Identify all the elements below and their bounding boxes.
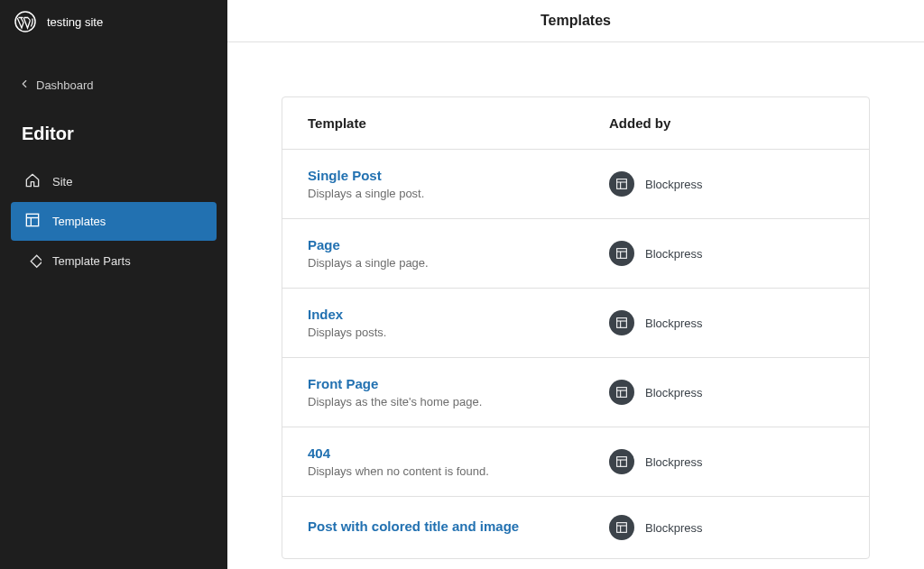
- layout-icon: [23, 211, 42, 232]
- table-row: Front PageDisplays as the site's home pa…: [282, 358, 869, 427]
- table-row: IndexDisplays posts.Blockpress: [282, 289, 869, 358]
- row-added-by-cell: Blockpress: [609, 171, 844, 197]
- back-to-dashboard-link[interactable]: Dashboard: [0, 69, 227, 102]
- main-header: Templates: [227, 0, 924, 42]
- editor-heading: Editor: [0, 102, 227, 162]
- symbol-icon: [23, 251, 42, 271]
- column-header-template: Template: [308, 115, 609, 131]
- sidebar-nav: Site Templates Template Parts: [0, 162, 227, 281]
- row-added-by-cell: Blockpress: [609, 310, 844, 335]
- row-template-cell: PageDisplays a single page.: [308, 237, 609, 270]
- layout-icon: [609, 241, 634, 266]
- template-name-link[interactable]: Post with colored title and image: [308, 519, 519, 534]
- template-name-link[interactable]: Single Post: [308, 168, 382, 183]
- added-by-name: Blockpress: [645, 455, 703, 469]
- template-description: Displays as the site's home page.: [308, 395, 609, 408]
- sidebar-item-site[interactable]: Site: [11, 162, 217, 201]
- back-link-label: Dashboard: [36, 78, 94, 92]
- table-row: PageDisplays a single page.Blockpress: [282, 219, 869, 289]
- chevron-left-icon: [18, 78, 31, 93]
- template-description: Displays a single page.: [308, 256, 609, 270]
- row-template-cell: IndexDisplays posts.: [308, 307, 609, 339]
- template-description: Displays a single post.: [308, 187, 609, 200]
- row-template-cell: 404Displays when no content is found.: [308, 445, 609, 478]
- svg-rect-20: [617, 523, 627, 533]
- table-row: Post with colored title and imageBlockpr…: [282, 497, 869, 558]
- row-template-cell: Post with colored title and image: [308, 519, 609, 537]
- layout-icon: [609, 449, 634, 474]
- svg-rect-5: [617, 179, 627, 189]
- svg-rect-17: [617, 457, 627, 467]
- layout-icon: [609, 171, 634, 197]
- table-row: 404Displays when no content is found.Blo…: [282, 427, 869, 497]
- layout-icon: [609, 515, 634, 540]
- template-name-link[interactable]: Index: [308, 307, 343, 322]
- home-icon: [23, 171, 42, 192]
- site-title[interactable]: testing site: [47, 15, 103, 29]
- table-row: Single PostDisplays a single post.Blockp…: [282, 150, 869, 219]
- sidebar-item-label: Site: [52, 175, 72, 188]
- layout-icon: [609, 310, 634, 335]
- layout-icon: [609, 380, 634, 405]
- wordpress-logo-icon[interactable]: [14, 11, 36, 32]
- template-description: Displays when no content is found.: [308, 464, 609, 478]
- template-description: Displays posts.: [308, 326, 609, 339]
- column-header-added-by: Added by: [609, 115, 844, 131]
- content-wrap: Template Added by Single PostDisplays a …: [227, 42, 924, 559]
- added-by-name: Blockpress: [645, 521, 703, 535]
- table-header: Template Added by: [282, 97, 869, 150]
- svg-rect-8: [617, 249, 627, 259]
- row-added-by-cell: Blockpress: [609, 449, 844, 474]
- sidebar-item-templates[interactable]: Templates: [11, 202, 217, 241]
- template-name-link[interactable]: Page: [308, 237, 340, 252]
- added-by-name: Blockpress: [645, 386, 703, 399]
- added-by-name: Blockpress: [645, 317, 703, 330]
- template-name-link[interactable]: Front Page: [308, 376, 378, 391]
- page-title: Templates: [227, 13, 924, 29]
- templates-table: Template Added by Single PostDisplays a …: [282, 96, 870, 559]
- row-template-cell: Front PageDisplays as the site's home pa…: [308, 376, 609, 408]
- svg-rect-4: [31, 255, 42, 267]
- sidebar-item-template-parts[interactable]: Template Parts: [11, 242, 217, 280]
- row-added-by-cell: Blockpress: [609, 380, 844, 405]
- added-by-name: Blockpress: [645, 178, 703, 191]
- sidebar-item-label: Template Parts: [52, 254, 131, 268]
- main-content: Templates Template Added by Single PostD…: [227, 0, 924, 569]
- svg-rect-11: [617, 318, 627, 328]
- svg-rect-14: [617, 388, 627, 398]
- row-added-by-cell: Blockpress: [609, 515, 844, 540]
- svg-rect-1: [26, 214, 38, 225]
- row-added-by-cell: Blockpress: [609, 241, 844, 266]
- added-by-name: Blockpress: [645, 247, 703, 261]
- sidebar-header: testing site: [0, 0, 227, 43]
- template-name-link[interactable]: 404: [308, 445, 330, 461]
- sidebar: testing site Dashboard Editor Site Templ…: [0, 0, 227, 569]
- sidebar-item-label: Templates: [52, 215, 106, 228]
- row-template-cell: Single PostDisplays a single post.: [308, 168, 609, 200]
